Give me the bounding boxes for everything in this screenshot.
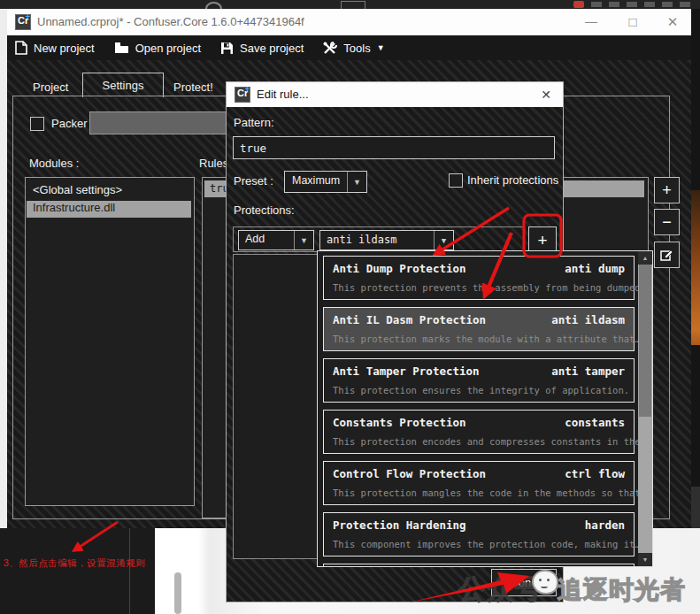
protections-label: Protections: (234, 203, 295, 217)
chevron-down-icon[interactable]: ▼ (347, 172, 366, 192)
maximize-button[interactable]: □ (619, 14, 646, 29)
tab-protect[interactable]: Protect! (173, 81, 213, 94)
protection-name: Protection Hardening (333, 518, 466, 532)
watermark-text: 追逐时光者 (558, 573, 686, 607)
packer-combobox[interactable] (89, 111, 243, 134)
protection-dropdown-popup: Anti Dump Protection anti dump This prot… (317, 250, 653, 567)
dialog-close-icon[interactable]: ✕ (541, 88, 551, 102)
protection-tag: constants (565, 416, 625, 429)
edit-rule-button[interactable] (654, 242, 680, 268)
protection-name: Anti Tamper Protection (333, 365, 480, 378)
window-title: Unnamed.crproj* - Confuser.Core 1.6.0+44… (37, 15, 304, 28)
dialog-titlebar[interactable]: Cr+ Edit rule... ✕ (227, 82, 563, 107)
popup-scrollbar[interactable]: ▲ ▼ (638, 251, 652, 566)
protection-option-harden[interactable]: Protection Hardening harden This compone… (323, 512, 635, 556)
protection-name: Anti IL Dasm Protection (333, 313, 486, 326)
tools-icon (323, 42, 337, 55)
scroll-down-button[interactable]: ▼ (638, 553, 652, 566)
inherit-protections-label: Inherit protections (467, 173, 558, 187)
protection-description: This protection encodes and compresses c… (333, 436, 653, 447)
watermark-small: 公众号 (458, 572, 543, 608)
protection-description: This protection prevents the assembly fr… (333, 282, 653, 293)
scroll-up-button[interactable]: ▲ (638, 251, 652, 265)
protection-description: This protection mangles the code in the … (333, 487, 646, 498)
protection-tag: anti dump (565, 262, 625, 275)
pattern-input[interactable]: true (233, 136, 555, 159)
toolbar-label: Tools (343, 42, 370, 55)
preset-label: Preset : (234, 174, 273, 188)
partial-red-icon (573, 1, 584, 8)
partial-icon (341, 1, 365, 9)
add-rule-button[interactable]: + (654, 177, 680, 203)
plus-icon: + (662, 181, 672, 200)
toolbar-label: Open project (135, 42, 201, 55)
new-project-button[interactable]: New project (15, 41, 95, 55)
open-folder-icon (114, 42, 129, 54)
protection-name: Anti Dump Protection (333, 262, 466, 275)
protection-tag: harden (585, 518, 625, 532)
protection-value: anti ildasm (327, 234, 396, 246)
action-value: Add (245, 233, 265, 245)
protection-action-row: Add ▼ anti ildasm ▼ (233, 226, 525, 252)
protection-option-ctrl-flow[interactable]: Control Flow Protection ctrl flow This p… (323, 461, 635, 505)
toolbar-label: New project (34, 42, 95, 55)
packer-checkbox[interactable] (30, 117, 44, 131)
partial-text-glyphs (591, 2, 697, 7)
divider (129, 528, 130, 614)
protection-tag: anti ildasm (551, 313, 625, 326)
background-tutorial-panel: 3、然后点击编辑，设置混淆规则 (0, 528, 155, 614)
background-top-strip (0, 0, 700, 9)
list-item-infrastructure-dll[interactable]: Infrastructure.dll (27, 201, 191, 218)
protection-combobox[interactable]: anti ildasm ▼ (319, 230, 454, 250)
background-right-strip (691, 9, 700, 528)
protection-option-partial[interactable] (323, 564, 635, 567)
modules-label: Modules : (29, 157, 79, 170)
modules-list[interactable]: <Global settings> Infrastructure.dll (25, 177, 195, 506)
open-project-button[interactable]: Open project (114, 42, 201, 55)
dialog-title: Edit rule... (257, 88, 309, 101)
dialog-app-icon: Cr+ (235, 87, 250, 103)
remove-rule-button[interactable]: − (654, 209, 680, 235)
background-fragment (691, 487, 700, 528)
list-item-global-settings[interactable]: <Global settings> (33, 183, 122, 196)
protection-option-constants[interactable]: Constants Protection constants This prot… (323, 410, 635, 454)
action-combobox[interactable]: Add ▼ (238, 230, 314, 250)
background-image-fragment (691, 190, 700, 345)
chevron-down-icon[interactable]: ▼ (434, 231, 453, 249)
toolbar-label: Save project (240, 42, 304, 55)
page-scrollbar-thumb[interactable] (174, 572, 181, 614)
protection-name: Constants Protection (333, 416, 466, 429)
protection-tag: anti tamper (551, 365, 625, 378)
save-floppy-icon (220, 42, 234, 55)
tab-settings-label: Settings (103, 79, 144, 92)
packer-label: Packer : (51, 117, 94, 130)
tools-menu-button[interactable]: Tools ▼ (323, 42, 384, 55)
protection-option-anti-dump[interactable]: Anti Dump Protection anti dump This prot… (323, 256, 635, 300)
watermark-face-icon (532, 570, 558, 595)
minimize-button[interactable]: — (578, 14, 604, 28)
save-project-button[interactable]: Save project (220, 42, 304, 55)
tab-project[interactable]: Project (33, 81, 68, 94)
pattern-value: true (240, 142, 266, 155)
tab-settings[interactable]: Settings (82, 73, 164, 97)
protection-option-anti-ildasm[interactable]: Anti IL Dasm Protection anti ildasm This… (323, 307, 635, 351)
module-item-label: Infrastructure.dll (33, 201, 115, 214)
protection-tag: ctrl flow (565, 467, 625, 480)
inherit-protections-checkbox[interactable] (449, 173, 463, 188)
new-document-icon (15, 41, 27, 55)
edit-pencil-icon (660, 249, 673, 262)
scrollbar-thumb[interactable] (639, 265, 651, 417)
protection-description: This protection ensures the integrity of… (333, 385, 629, 395)
protection-description: This component improves the protection c… (333, 539, 641, 549)
pattern-label: Pattern: (234, 116, 274, 129)
protection-option-anti-tamper[interactable]: Anti Tamper Protection anti tamper This … (323, 358, 635, 403)
preset-combobox[interactable]: Maximum ▼ (284, 171, 367, 193)
minus-icon: − (662, 213, 672, 232)
partial-icon (205, 2, 222, 9)
close-button[interactable]: ✕ (659, 14, 686, 30)
main-titlebar[interactable]: Cr+ Unnamed.crproj* - Confuser.Core 1.6.… (7, 9, 691, 35)
chevron-down-icon[interactable]: ▼ (294, 231, 313, 249)
tutorial-step-text: 3、然后点击编辑，设置混淆规则 (4, 557, 145, 570)
main-toolbar: New project Open project Save project To… (7, 35, 691, 60)
protection-name: Control Flow Protection (333, 467, 486, 480)
